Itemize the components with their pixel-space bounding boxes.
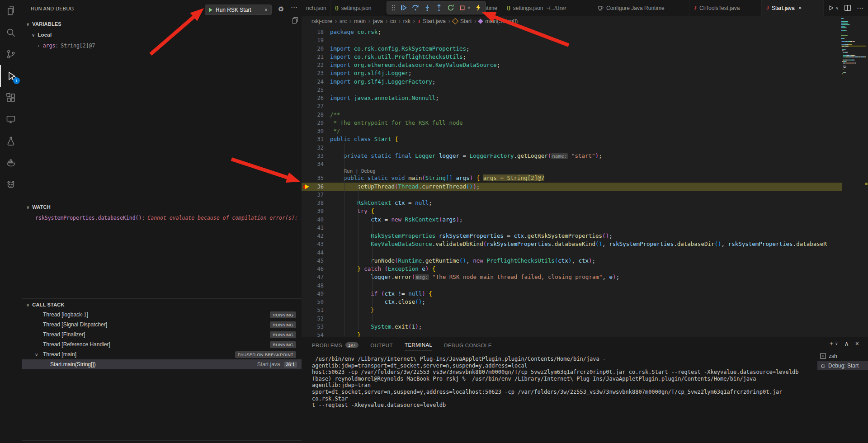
testing-icon[interactable]	[0, 130, 22, 152]
code-line-53[interactable]: 53 System.exit(1);	[302, 323, 842, 331]
panel-tab-debug-console[interactable]: DEBUG CONSOLE	[444, 343, 492, 350]
code-line-42[interactable]: 42 RskSystemProperties rskSystemProperti…	[302, 232, 842, 240]
watch-expression[interactable]: rskSystemProperties.databaseKind(): Cann…	[22, 213, 307, 223]
panel-tab-output[interactable]: OUTPUT	[370, 343, 393, 350]
terminal-output[interactable]: /usr/bin/env /Library/Internet\ Plug-Ins…	[312, 356, 816, 409]
code-line-50[interactable]: 50 ctx.close();	[302, 298, 842, 306]
step-into-icon[interactable]	[424, 4, 431, 11]
docker-icon[interactable]	[0, 152, 22, 174]
breadcrumb-item[interactable]: rsk	[403, 18, 410, 24]
code-line-37[interactable]: 37	[302, 191, 842, 199]
restart-icon[interactable]	[447, 4, 454, 11]
gear-icon[interactable]: ⚙	[278, 5, 284, 13]
breadcrumb-item[interactable]: main(String[])	[485, 18, 518, 24]
search-icon[interactable]	[0, 22, 22, 43]
extensions-icon[interactable]	[0, 87, 22, 108]
callstack-thread[interactable]: Thread [logback-1]RUNNING	[22, 310, 302, 320]
callstack-thread[interactable]: ∨Thread [main]PAUSED ON BREAKPOINT	[22, 349, 302, 359]
code-line-39[interactable]: 39 try {	[302, 207, 842, 215]
code-line-36[interactable]: 36 setUpThread(Thread.currentThread());	[302, 183, 842, 191]
panel-tab-terminal[interactable]: TERMINAL	[405, 342, 432, 350]
more-actions-icon[interactable]: ⋯	[857, 4, 863, 12]
watch-header[interactable]: ∨ WATCH	[22, 203, 51, 212]
split-editor-icon[interactable]	[844, 5, 851, 11]
breadcrumb-item[interactable]: Start.java	[423, 18, 446, 24]
stop-icon[interactable]	[459, 5, 466, 11]
code-line-24[interactable]: 24import org.slf4j.LoggerFactory;	[302, 78, 842, 86]
code-line-20[interactable]: 20import co.rsk.config.RskSystemProperti…	[302, 45, 842, 53]
code-line-25[interactable]: 25	[302, 86, 842, 94]
code-line-32[interactable]: 32	[302, 144, 842, 152]
breakpoint-paused-icon[interactable]	[303, 184, 310, 189]
code-line-40[interactable]: 40 ctx = new RskContext(args);	[302, 216, 842, 224]
tab-settings-json[interactable]: {}settings.json	[330, 0, 387, 16]
more-actions-icon[interactable]: ⋯	[291, 4, 297, 12]
panel-tab-problems[interactable]: PROBLEMS1K+	[312, 342, 359, 350]
variable-args[interactable]: › args : String[2]@7	[22, 40, 302, 51]
codelens-run-debug[interactable]: Run | Debug	[302, 168, 842, 174]
chevron-down-icon[interactable]: ∨	[264, 7, 268, 12]
drag-handle-icon[interactable]	[391, 4, 396, 11]
variables-header[interactable]: ∨ VARIABLES	[22, 19, 302, 29]
hot-code-replace-icon[interactable]	[475, 4, 481, 11]
tab-clitoolstest-java[interactable]: JCliToolsTest.java	[689, 0, 762, 16]
breadcrumb-item[interactable]: java	[373, 18, 383, 24]
maximize-panel-icon[interactable]: ∧	[844, 340, 849, 347]
code-line-26[interactable]: 26import javax.annotation.Nonnull;	[302, 94, 842, 102]
tab-nch-json[interactable]: nch.json	[302, 0, 330, 16]
code-line-28[interactable]: 28/**	[302, 111, 842, 119]
close-panel-icon[interactable]: ×	[855, 340, 859, 347]
callstack-thread[interactable]: Thread [Signal Dispatcher]RUNNING	[22, 320, 302, 330]
code-line-46[interactable]: 46 } catch (Exception e) {	[302, 265, 842, 273]
code-line-23[interactable]: 23import org.slf4j.Logger;	[302, 69, 842, 77]
close-icon[interactable]: ×	[798, 5, 802, 11]
tab-configure-java-runtime[interactable]: Configure Java Runtime	[593, 0, 689, 16]
code-line-51[interactable]: 51 }	[302, 306, 842, 314]
breadcrumb-item[interactable]: co	[390, 18, 396, 24]
code-line-38[interactable]: 38 RskContext ctx = null;	[302, 199, 842, 207]
code-line-49[interactable]: 49 if (ctx != null) {	[302, 290, 842, 298]
code-area[interactable]: 18package co.rsk;1920import co.rsk.confi…	[302, 28, 842, 339]
breadcrumb-item[interactable]: main	[354, 18, 366, 24]
callstack-thread[interactable]: Thread [Reference Handler]RUNNING	[22, 339, 302, 349]
tab-start-java[interactable]: JStart.java×	[762, 0, 824, 16]
code-line-30[interactable]: 30 */	[302, 127, 842, 135]
new-terminal-icon[interactable]: +	[830, 340, 833, 347]
breadcrumb-item[interactable]: src	[340, 18, 347, 24]
breadcrumb-item[interactable]: Start	[460, 18, 472, 24]
code-line-43[interactable]: 43 KeyValueDataSource.validateDbKind(rsk…	[302, 240, 842, 248]
terminal-list-item-zsh[interactable]: > zsh	[817, 351, 868, 361]
run-config-button[interactable]: Run RSK Start ∨	[205, 5, 272, 15]
variables-scope-local[interactable]: ∨ Local	[22, 29, 302, 40]
pet-extension-icon[interactable]	[0, 174, 22, 195]
code-line-44[interactable]: 44	[302, 249, 842, 257]
code-line-31[interactable]: 31public class Start {	[302, 135, 842, 143]
tab-settings-json[interactable]: {}settings.json~/.../User	[502, 0, 593, 16]
call-stack-frame-selected[interactable]: Start.main(String[]) Start.java 36:1	[22, 359, 302, 369]
code-line-19[interactable]: 19	[302, 36, 842, 44]
continue-icon[interactable]	[400, 4, 407, 11]
code-line-34[interactable]: 34	[302, 160, 842, 168]
code-line-21[interactable]: 21import co.rsk.util.PreflightChecksUtil…	[302, 53, 842, 61]
callstack-thread[interactable]: Thread [Finalizer]RUNNING	[22, 330, 302, 339]
step-over-icon[interactable]	[412, 4, 419, 11]
code-line-35[interactable]: 35 public static void main(String[] args…	[302, 174, 842, 182]
breadcrumb-item[interactable]: rskj-core	[311, 18, 332, 24]
source-control-icon[interactable]	[0, 43, 22, 65]
code-line-47[interactable]: 47 logger.error(msg: "The RSK node main …	[302, 273, 842, 281]
code-line-33[interactable]: 33 private static final Logger logger = …	[302, 152, 842, 160]
code-line-52[interactable]: 52	[302, 315, 842, 323]
code-line-27[interactable]: 27	[302, 102, 842, 110]
code-line-45[interactable]: 45 runNode(Runtime.getRuntime(), new Pre…	[302, 257, 842, 265]
terminal-list-item-debug[interactable]: Debug: Start	[817, 361, 868, 370]
chevron-down-icon[interactable]: ∨	[835, 6, 839, 10]
code-line-48[interactable]: 48	[302, 282, 842, 290]
run-file-icon[interactable]	[828, 5, 834, 11]
step-out-icon[interactable]	[435, 4, 443, 11]
code-line-41[interactable]: 41	[302, 224, 842, 232]
code-line-18[interactable]: 18package co.rsk;	[302, 28, 842, 36]
call-stack-header[interactable]: ∨ CALL STACK	[22, 300, 65, 309]
chevron-down-icon[interactable]: ∨	[835, 341, 838, 346]
code-line-29[interactable]: 29 * The entrypoint for the RSK full nod…	[302, 119, 842, 127]
explorer-icon[interactable]	[0, 0, 22, 22]
